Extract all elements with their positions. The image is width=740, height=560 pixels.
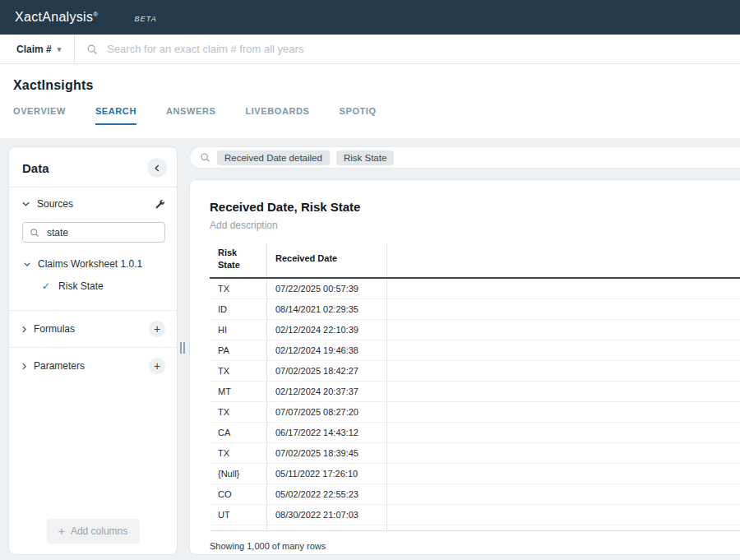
- parameters-label: Parameters: [34, 360, 85, 372]
- tab-bar: OVERVIEW SEARCH ANSWERS LIVEBOARDS SPOTI…: [13, 106, 740, 125]
- add-columns-label: Add columns: [71, 525, 127, 537]
- cell-received-date: 02/12/2024 19:46:38: [267, 340, 387, 360]
- chevron-right-icon: [22, 363, 26, 370]
- cell-received-date: 05/11/2022 17:26:10: [267, 464, 387, 484]
- results-table: Risk State Received Date TX 07/22/2025 0…: [210, 243, 740, 531]
- cell-risk-state: TX: [210, 279, 267, 299]
- formulas-label: Formulas: [34, 323, 75, 335]
- cell-filler: [387, 443, 740, 463]
- content-area: Data Sources: [0, 138, 740, 560]
- wrench-icon[interactable]: [155, 199, 165, 210]
- cell-received-date: 07/22/2025 00:57:39: [267, 279, 387, 299]
- table-row[interactable]: CA 06/17/2022 14:43:12: [210, 423, 740, 443]
- cell-received-date: 08/30/2022 21:07:03: [267, 505, 387, 525]
- column-header-filler: [387, 243, 740, 277]
- add-parameter-button[interactable]: +: [149, 358, 165, 374]
- checkmark-icon: ✓: [42, 280, 50, 292]
- collapse-panel-button[interactable]: [147, 158, 167, 178]
- worksheet-label: Claims Worksheet 1.0.1: [38, 258, 142, 270]
- rows-status: Showing 1,000 of many rows: [210, 541, 740, 551]
- tab-liveboards[interactable]: LIVEBOARDS: [245, 106, 309, 125]
- table-row[interactable]: HI 02/12/2024 22:10:39: [210, 320, 740, 340]
- cell-filler: [387, 423, 740, 442]
- table-header: Risk State Received Date: [210, 243, 740, 279]
- page-title: XactInsights: [13, 78, 740, 93]
- worksheet-toggle[interactable]: Claims Worksheet 1.0.1: [9, 249, 177, 274]
- sources-label: Sources: [37, 198, 73, 210]
- beta-badge: BETA: [134, 15, 157, 23]
- answer-title[interactable]: Received Date, Risk State: [210, 200, 740, 214]
- table-row[interactable]: PA 02/12/2024 19:46:38: [210, 340, 740, 361]
- table-row[interactable]: TX 07/02/2025 18:39:45: [210, 443, 740, 464]
- cell-received-date: 08/14/2021 02:29:35: [267, 299, 387, 319]
- cell-filler: [387, 340, 740, 360]
- app-window: XactAnalysis® BETA Claim # ▾ XactInsight…: [0, 0, 740, 560]
- plus-icon: +: [58, 525, 65, 537]
- cell-filler: [387, 382, 740, 401]
- search-token-risk-state[interactable]: Risk State: [336, 150, 394, 165]
- cell-received-date: 07/02/2025 18:39:45: [267, 443, 387, 463]
- table-row[interactable]: {Null} 05/11/2022 17:26:10: [210, 464, 740, 484]
- cell-received-date: 07/02/2025 18:42:27: [267, 361, 387, 381]
- formulas-section-toggle[interactable]: Formulas +: [9, 310, 177, 347]
- table-row[interactable]: TX 07/22/2025 00:57:39: [210, 279, 740, 299]
- cell-risk-state: {Null}: [210, 464, 267, 484]
- table-row-clipped: [210, 525, 740, 531]
- cell-filler: [387, 299, 740, 319]
- search-token-bar[interactable]: Received Date detailed Risk State: [189, 146, 740, 169]
- cell-filler: [387, 279, 740, 299]
- add-formula-button[interactable]: +: [149, 321, 165, 337]
- cell-received-date: 06/17/2022 14:43:12: [267, 423, 387, 442]
- tab-answers[interactable]: ANSWERS: [166, 106, 215, 125]
- column-item-label: Risk State: [58, 280, 104, 292]
- cell-filler: [387, 505, 740, 525]
- sources-section-toggle[interactable]: Sources: [9, 187, 177, 217]
- cell-risk-state: CO: [210, 484, 267, 504]
- cell-risk-state: UT: [210, 505, 267, 525]
- answer-card: Received Date, Risk State Add descriptio…: [189, 179, 740, 555]
- table-row[interactable]: UT 08/30/2022 21:07:03: [210, 505, 740, 525]
- cell-filler: [387, 402, 740, 422]
- add-columns-button[interactable]: + Add columns: [47, 519, 140, 544]
- cell-received-date: 02/12/2024 22:10:39: [267, 320, 387, 340]
- claim-search-input[interactable]: [105, 42, 740, 56]
- top-bar: XactAnalysis® BETA: [0, 0, 740, 35]
- tab-spotiq[interactable]: SPOTIQ: [340, 106, 377, 125]
- chevron-down-icon: ▾: [58, 45, 62, 53]
- cell-risk-state: TX: [210, 402, 267, 422]
- brand-logo: XactAnalysis®: [15, 10, 98, 25]
- table-row[interactable]: CO 05/02/2022 22:55:23: [210, 484, 740, 505]
- answer-column: Received Date detailed Risk State Receiv…: [189, 146, 740, 555]
- panel-resize-handle[interactable]: [180, 342, 185, 354]
- chevron-down-icon: [24, 262, 30, 266]
- search-icon: [30, 228, 39, 238]
- cell-filler: [387, 464, 740, 484]
- column-search-box: [22, 222, 165, 243]
- table-body: TX 07/22/2025 00:57:39 ID 08/14/2021 02:…: [210, 279, 740, 525]
- cell-risk-state: HI: [210, 320, 267, 340]
- column-item-risk-state[interactable]: ✓ Risk State: [9, 274, 177, 299]
- column-search-input[interactable]: [45, 226, 158, 239]
- table-row[interactable]: MT 02/12/2024 20:37:37: [210, 382, 740, 402]
- cell-filler: [387, 320, 740, 340]
- data-panel-header: Data: [9, 147, 177, 187]
- table-row[interactable]: ID 08/14/2021 02:29:35: [210, 299, 740, 320]
- column-header-risk-state[interactable]: Risk State: [210, 243, 267, 277]
- column-header-received-date[interactable]: Received Date: [267, 243, 387, 277]
- answer-description-placeholder[interactable]: Add description: [210, 220, 740, 231]
- tab-search[interactable]: SEARCH: [95, 106, 136, 125]
- claim-type-dropdown[interactable]: Claim # ▾: [0, 35, 75, 63]
- registered-mark: ®: [93, 11, 98, 18]
- claim-dropdown-label: Claim #: [16, 44, 52, 55]
- claim-search-field: [75, 35, 740, 63]
- cell-risk-state: TX: [210, 443, 267, 463]
- parameters-section-toggle[interactable]: Parameters +: [9, 347, 177, 384]
- search-token-received-date[interactable]: Received Date detailed: [217, 150, 330, 165]
- claim-search-bar: Claim # ▾: [0, 35, 740, 64]
- cell-risk-state: ID: [210, 299, 267, 319]
- tab-overview[interactable]: OVERVIEW: [13, 106, 66, 125]
- table-row[interactable]: TX 07/02/2025 18:42:27: [210, 361, 740, 382]
- chevron-right-icon: [22, 326, 26, 333]
- search-icon: [200, 152, 210, 163]
- table-row[interactable]: TX 07/07/2025 08:27:20: [210, 402, 740, 423]
